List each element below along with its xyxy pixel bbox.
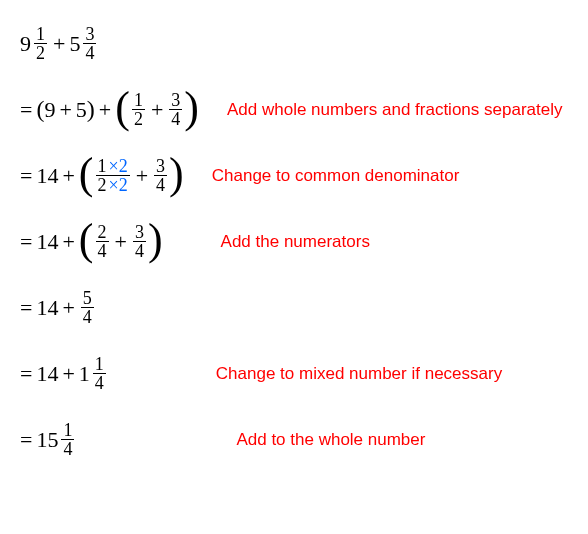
- plus-op: +: [62, 295, 74, 321]
- fraction: 2 4: [96, 223, 109, 262]
- denominator: 4: [83, 43, 96, 64]
- multiplier: ×2: [109, 157, 128, 175]
- fraction: 3 4: [83, 25, 96, 64]
- numerator: 1: [93, 355, 106, 373]
- plus-op: +: [53, 31, 65, 57]
- fraction: 1 ×2 2 ×2: [96, 157, 130, 196]
- paren: (: [79, 222, 94, 257]
- denominator: 4: [61, 439, 74, 460]
- plus-op: +: [151, 97, 163, 123]
- step-note: Change to mixed number if necessary: [216, 364, 502, 384]
- fraction: 3 4: [169, 91, 182, 130]
- numerator: 3: [133, 223, 146, 241]
- fraction: 3 4: [154, 157, 167, 196]
- step-2: = ( 9 + 5 ) + ( 1 2 + 3 4 ) Add whole nu…: [20, 86, 568, 134]
- fraction: 1 4: [93, 355, 106, 394]
- math-expr: = 15 1 4: [20, 421, 76, 460]
- equals: =: [20, 163, 32, 189]
- denominator: 4: [169, 109, 182, 130]
- denominator: 2: [132, 109, 145, 130]
- step-note: Add the numerators: [221, 232, 370, 252]
- math-expr: = 14 + 1 1 4: [20, 355, 108, 394]
- numerator: 1: [132, 91, 145, 109]
- denominator: 4: [133, 241, 146, 262]
- number: 14: [36, 361, 58, 387]
- paren: (: [36, 96, 44, 123]
- numerator: 1: [34, 25, 47, 43]
- fraction: 1 2: [34, 25, 47, 64]
- number: 14: [36, 295, 58, 321]
- fraction: 3 4: [133, 223, 146, 262]
- numerator: 1: [61, 421, 74, 439]
- denominator: 2: [34, 43, 47, 64]
- math-expr: 9 1 2 + 5 3 4: [20, 25, 98, 64]
- den-part: 2: [98, 176, 107, 196]
- equals: =: [20, 427, 32, 453]
- paren: ): [148, 222, 163, 257]
- numerator: 1 ×2: [96, 157, 130, 175]
- math-expr: = 14 + ( 2 4 + 3 4 ): [20, 223, 163, 262]
- step-6: = 14 + 1 1 4 Change to mixed number if n…: [20, 350, 568, 398]
- plus-op: +: [99, 97, 111, 123]
- mixed-number: 1 1 4: [79, 355, 108, 394]
- numerator: 3: [169, 91, 182, 109]
- numerator: 5: [81, 289, 94, 307]
- whole: 15: [36, 427, 58, 453]
- step-5: = 14 + 5 4: [20, 284, 568, 332]
- fraction: 5 4: [81, 289, 94, 328]
- step-3: = 14 + ( 1 ×2 2 ×2 + 3 4 ) Change to com…: [20, 152, 568, 200]
- number: 5: [76, 97, 87, 123]
- number: 14: [36, 163, 58, 189]
- plus-op: +: [62, 163, 74, 189]
- numerator: 2: [96, 223, 109, 241]
- denominator: 4: [81, 307, 94, 328]
- paren: ): [169, 156, 184, 191]
- plus-op: +: [115, 229, 127, 255]
- numerator: 3: [154, 157, 167, 175]
- number: 14: [36, 229, 58, 255]
- denominator: 2 ×2: [96, 175, 130, 196]
- math-expr: = 14 + 5 4: [20, 289, 96, 328]
- denominator: 4: [96, 241, 109, 262]
- mixed-number: 9 1 2: [20, 25, 49, 64]
- equals: =: [20, 229, 32, 255]
- math-expr: = ( 9 + 5 ) + ( 1 2 + 3 4 ): [20, 91, 199, 130]
- plus-op: +: [62, 229, 74, 255]
- equals: =: [20, 97, 32, 123]
- whole: 1: [79, 361, 90, 387]
- step-4: = 14 + ( 2 4 + 3 4 ) Add the numerators: [20, 218, 568, 266]
- paren: (: [115, 90, 130, 125]
- plus-op: +: [59, 97, 71, 123]
- whole: 9: [20, 31, 31, 57]
- equals: =: [20, 295, 32, 321]
- whole: 5: [69, 31, 80, 57]
- fraction: 1 4: [61, 421, 74, 460]
- denominator: 4: [93, 373, 106, 394]
- equals: =: [20, 361, 32, 387]
- paren: ): [184, 90, 199, 125]
- paren: ): [87, 96, 95, 123]
- paren: (: [79, 156, 94, 191]
- plus-op: +: [62, 361, 74, 387]
- mixed-number: 5 3 4: [69, 25, 98, 64]
- multiplier: ×2: [109, 176, 128, 196]
- math-expr: = 14 + ( 1 ×2 2 ×2 + 3 4 ): [20, 157, 184, 196]
- denominator: 4: [154, 175, 167, 196]
- step-7: = 15 1 4 Add to the whole number: [20, 416, 568, 464]
- plus-op: +: [136, 163, 148, 189]
- number: 9: [44, 97, 55, 123]
- mixed-number: 15 1 4: [36, 421, 76, 460]
- fraction: 1 2: [132, 91, 145, 130]
- step-note: Add whole numbers and fractions separate…: [227, 100, 562, 120]
- num-part: 1: [98, 157, 107, 175]
- step-note: Add to the whole number: [236, 430, 425, 450]
- step-1: 9 1 2 + 5 3 4: [20, 20, 568, 68]
- step-note: Change to common denominator: [212, 166, 460, 186]
- numerator: 3: [83, 25, 96, 43]
